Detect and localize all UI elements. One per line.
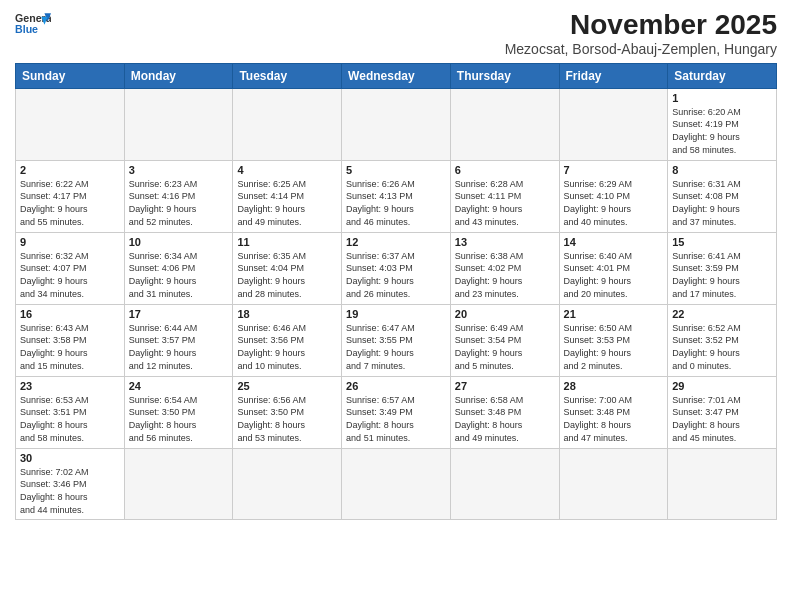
day-number: 19 bbox=[346, 308, 446, 320]
day-cell: 2Sunrise: 6:22 AM Sunset: 4:17 PM Daylig… bbox=[16, 160, 125, 232]
day-number: 20 bbox=[455, 308, 555, 320]
day-info: Sunrise: 6:56 AM Sunset: 3:50 PM Dayligh… bbox=[237, 394, 337, 444]
day-info: Sunrise: 6:31 AM Sunset: 4:08 PM Dayligh… bbox=[672, 178, 772, 228]
week-row-5: 23Sunrise: 6:53 AM Sunset: 3:51 PM Dayli… bbox=[16, 376, 777, 448]
day-cell: 13Sunrise: 6:38 AM Sunset: 4:02 PM Dayli… bbox=[450, 232, 559, 304]
day-number: 5 bbox=[346, 164, 446, 176]
day-number: 23 bbox=[20, 380, 120, 392]
day-cell: 14Sunrise: 6:40 AM Sunset: 4:01 PM Dayli… bbox=[559, 232, 668, 304]
day-info: Sunrise: 6:34 AM Sunset: 4:06 PM Dayligh… bbox=[129, 250, 229, 300]
day-number: 29 bbox=[672, 380, 772, 392]
day-cell: 24Sunrise: 6:54 AM Sunset: 3:50 PM Dayli… bbox=[124, 376, 233, 448]
day-number: 12 bbox=[346, 236, 446, 248]
day-cell: 9Sunrise: 6:32 AM Sunset: 4:07 PM Daylig… bbox=[16, 232, 125, 304]
weekday-header-friday: Friday bbox=[559, 63, 668, 88]
calendar-table: SundayMondayTuesdayWednesdayThursdayFrid… bbox=[15, 63, 777, 520]
day-cell: 28Sunrise: 7:00 AM Sunset: 3:48 PM Dayli… bbox=[559, 376, 668, 448]
weekday-header-row: SundayMondayTuesdayWednesdayThursdayFrid… bbox=[16, 63, 777, 88]
day-cell: 7Sunrise: 6:29 AM Sunset: 4:10 PM Daylig… bbox=[559, 160, 668, 232]
day-cell bbox=[124, 88, 233, 160]
day-number: 13 bbox=[455, 236, 555, 248]
day-cell: 11Sunrise: 6:35 AM Sunset: 4:04 PM Dayli… bbox=[233, 232, 342, 304]
day-cell: 20Sunrise: 6:49 AM Sunset: 3:54 PM Dayli… bbox=[450, 304, 559, 376]
day-cell: 10Sunrise: 6:34 AM Sunset: 4:06 PM Dayli… bbox=[124, 232, 233, 304]
day-cell: 15Sunrise: 6:41 AM Sunset: 3:59 PM Dayli… bbox=[668, 232, 777, 304]
day-number: 3 bbox=[129, 164, 229, 176]
day-info: Sunrise: 6:43 AM Sunset: 3:58 PM Dayligh… bbox=[20, 322, 120, 372]
day-info: Sunrise: 6:22 AM Sunset: 4:17 PM Dayligh… bbox=[20, 178, 120, 228]
page: General Blue November 2025 Mezocsat, Bor… bbox=[0, 0, 792, 612]
week-row-3: 9Sunrise: 6:32 AM Sunset: 4:07 PM Daylig… bbox=[16, 232, 777, 304]
day-number: 14 bbox=[564, 236, 664, 248]
title-block: November 2025 Mezocsat, Borsod-Abauj-Zem… bbox=[505, 10, 777, 57]
day-cell bbox=[559, 88, 668, 160]
day-number: 17 bbox=[129, 308, 229, 320]
day-number: 18 bbox=[237, 308, 337, 320]
day-info: Sunrise: 6:38 AM Sunset: 4:02 PM Dayligh… bbox=[455, 250, 555, 300]
weekday-header-sunday: Sunday bbox=[16, 63, 125, 88]
day-info: Sunrise: 6:25 AM Sunset: 4:14 PM Dayligh… bbox=[237, 178, 337, 228]
weekday-header-monday: Monday bbox=[124, 63, 233, 88]
generalblue-logo-icon: General Blue bbox=[15, 10, 51, 38]
day-info: Sunrise: 6:52 AM Sunset: 3:52 PM Dayligh… bbox=[672, 322, 772, 372]
day-number: 11 bbox=[237, 236, 337, 248]
subtitle: Mezocsat, Borsod-Abauj-Zemplen, Hungary bbox=[505, 41, 777, 57]
day-number: 30 bbox=[20, 452, 120, 464]
day-cell: 21Sunrise: 6:50 AM Sunset: 3:53 PM Dayli… bbox=[559, 304, 668, 376]
day-number: 8 bbox=[672, 164, 772, 176]
day-cell: 5Sunrise: 6:26 AM Sunset: 4:13 PM Daylig… bbox=[342, 160, 451, 232]
week-row-4: 16Sunrise: 6:43 AM Sunset: 3:58 PM Dayli… bbox=[16, 304, 777, 376]
day-cell: 16Sunrise: 6:43 AM Sunset: 3:58 PM Dayli… bbox=[16, 304, 125, 376]
day-number: 27 bbox=[455, 380, 555, 392]
week-row-2: 2Sunrise: 6:22 AM Sunset: 4:17 PM Daylig… bbox=[16, 160, 777, 232]
logo: General Blue bbox=[15, 10, 51, 38]
day-cell bbox=[124, 448, 233, 519]
day-cell: 22Sunrise: 6:52 AM Sunset: 3:52 PM Dayli… bbox=[668, 304, 777, 376]
day-info: Sunrise: 6:47 AM Sunset: 3:55 PM Dayligh… bbox=[346, 322, 446, 372]
day-cell: 27Sunrise: 6:58 AM Sunset: 3:48 PM Dayli… bbox=[450, 376, 559, 448]
day-info: Sunrise: 6:37 AM Sunset: 4:03 PM Dayligh… bbox=[346, 250, 446, 300]
day-number: 6 bbox=[455, 164, 555, 176]
day-cell: 12Sunrise: 6:37 AM Sunset: 4:03 PM Dayli… bbox=[342, 232, 451, 304]
day-info: Sunrise: 6:20 AM Sunset: 4:19 PM Dayligh… bbox=[672, 106, 772, 156]
day-cell bbox=[233, 88, 342, 160]
day-cell: 4Sunrise: 6:25 AM Sunset: 4:14 PM Daylig… bbox=[233, 160, 342, 232]
day-number: 21 bbox=[564, 308, 664, 320]
header: General Blue November 2025 Mezocsat, Bor… bbox=[15, 10, 777, 57]
day-info: Sunrise: 6:58 AM Sunset: 3:48 PM Dayligh… bbox=[455, 394, 555, 444]
day-cell bbox=[16, 88, 125, 160]
day-info: Sunrise: 7:02 AM Sunset: 3:46 PM Dayligh… bbox=[20, 466, 120, 516]
day-cell bbox=[233, 448, 342, 519]
day-cell bbox=[342, 448, 451, 519]
day-info: Sunrise: 6:46 AM Sunset: 3:56 PM Dayligh… bbox=[237, 322, 337, 372]
day-cell bbox=[450, 448, 559, 519]
day-info: Sunrise: 6:50 AM Sunset: 3:53 PM Dayligh… bbox=[564, 322, 664, 372]
day-number: 9 bbox=[20, 236, 120, 248]
day-number: 16 bbox=[20, 308, 120, 320]
day-cell: 3Sunrise: 6:23 AM Sunset: 4:16 PM Daylig… bbox=[124, 160, 233, 232]
day-info: Sunrise: 6:29 AM Sunset: 4:10 PM Dayligh… bbox=[564, 178, 664, 228]
svg-text:Blue: Blue bbox=[15, 23, 38, 35]
day-cell bbox=[342, 88, 451, 160]
day-cell: 8Sunrise: 6:31 AM Sunset: 4:08 PM Daylig… bbox=[668, 160, 777, 232]
day-cell: 26Sunrise: 6:57 AM Sunset: 3:49 PM Dayli… bbox=[342, 376, 451, 448]
day-cell bbox=[559, 448, 668, 519]
weekday-header-saturday: Saturday bbox=[668, 63, 777, 88]
day-cell bbox=[450, 88, 559, 160]
day-number: 28 bbox=[564, 380, 664, 392]
day-info: Sunrise: 6:54 AM Sunset: 3:50 PM Dayligh… bbox=[129, 394, 229, 444]
day-cell: 23Sunrise: 6:53 AM Sunset: 3:51 PM Dayli… bbox=[16, 376, 125, 448]
day-cell: 30Sunrise: 7:02 AM Sunset: 3:46 PM Dayli… bbox=[16, 448, 125, 519]
day-cell: 6Sunrise: 6:28 AM Sunset: 4:11 PM Daylig… bbox=[450, 160, 559, 232]
day-info: Sunrise: 6:35 AM Sunset: 4:04 PM Dayligh… bbox=[237, 250, 337, 300]
day-cell: 17Sunrise: 6:44 AM Sunset: 3:57 PM Dayli… bbox=[124, 304, 233, 376]
week-row-1: 1Sunrise: 6:20 AM Sunset: 4:19 PM Daylig… bbox=[16, 88, 777, 160]
weekday-header-tuesday: Tuesday bbox=[233, 63, 342, 88]
day-info: Sunrise: 6:32 AM Sunset: 4:07 PM Dayligh… bbox=[20, 250, 120, 300]
day-cell: 25Sunrise: 6:56 AM Sunset: 3:50 PM Dayli… bbox=[233, 376, 342, 448]
day-info: Sunrise: 6:49 AM Sunset: 3:54 PM Dayligh… bbox=[455, 322, 555, 372]
week-row-6: 30Sunrise: 7:02 AM Sunset: 3:46 PM Dayli… bbox=[16, 448, 777, 519]
weekday-header-wednesday: Wednesday bbox=[342, 63, 451, 88]
day-info: Sunrise: 6:28 AM Sunset: 4:11 PM Dayligh… bbox=[455, 178, 555, 228]
day-info: Sunrise: 6:40 AM Sunset: 4:01 PM Dayligh… bbox=[564, 250, 664, 300]
